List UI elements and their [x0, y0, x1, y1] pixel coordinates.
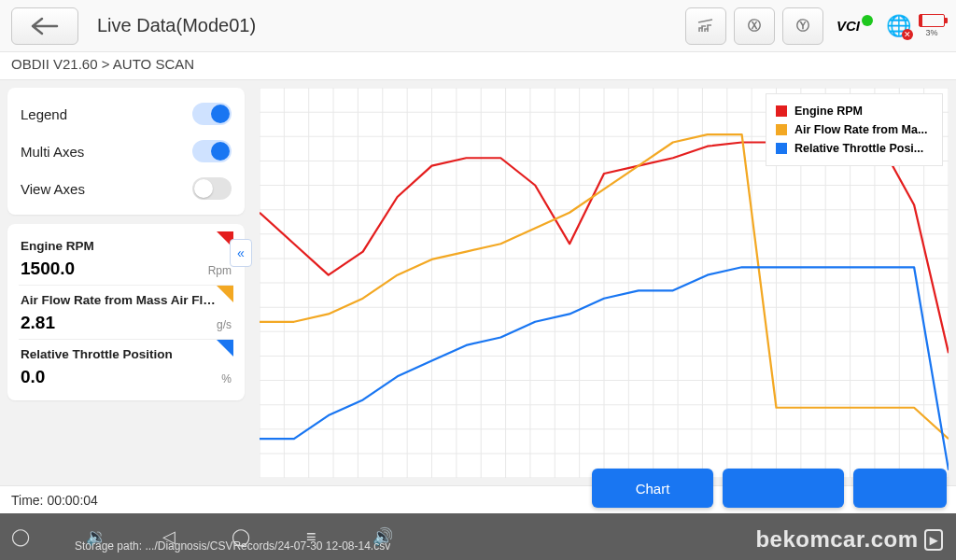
metric-unit: % [221, 372, 232, 385]
metric-card[interactable]: Air Flow Rate from Mass Air Flow S... 2.… [19, 285, 233, 339]
view-axes-toggle-label: View Axes [21, 181, 85, 197]
metric-color-tag [217, 340, 233, 357]
metric-card[interactable]: Relative Throttle Position 0.0% [19, 339, 233, 393]
legend-item-label: Engine RPM [794, 105, 863, 118]
metric-name: Air Flow Rate from Mass Air Flow S... [21, 293, 217, 307]
brush-tool-button[interactable] [685, 7, 726, 45]
multi-axes-toggle-label: Multi Axes [21, 144, 84, 160]
back-button[interactable] [11, 7, 78, 45]
time-display: Time: 00:00:04 [11, 493, 98, 508]
battery-indicator: 3% [919, 14, 945, 37]
metric-unit: g/s [217, 318, 232, 331]
nav-camera-icon[interactable]: ◯ [11, 526, 30, 547]
multi-axes-toggle[interactable] [192, 140, 232, 162]
y-axis-button[interactable]: Ⓨ [782, 7, 823, 45]
metrics-panel: Engine RPM 1500.0Rpm Air Flow Rate from … [7, 224, 245, 400]
breadcrumb: OBDII V21.60 > AUTO SCAN [0, 52, 956, 80]
vci-status: VCI [836, 18, 873, 34]
metric-color-tag [217, 286, 233, 302]
collapse-sidebar-button[interactable]: « [230, 239, 252, 267]
metric-value: 2.81 [21, 313, 55, 333]
view-axes-toggle[interactable] [192, 177, 232, 200]
watermark: bekomcar.com▸ [755, 526, 943, 553]
x-axis-button[interactable]: Ⓧ [734, 7, 775, 45]
chart-legend: Engine RPM Air Flow Rate from Ma... Rela… [766, 93, 943, 166]
wifi-icon [862, 15, 873, 26]
page-title: Live Data(Mode01) [97, 15, 678, 36]
live-chart[interactable]: Engine RPM Air Flow Rate from Ma... Rela… [260, 88, 949, 478]
action-button-2[interactable] [723, 469, 844, 508]
metric-value: 1500.0 [21, 259, 75, 279]
metric-card[interactable]: Engine RPM 1500.0Rpm [19, 231, 233, 285]
action-button-3[interactable] [853, 469, 947, 508]
metric-name: Engine RPM [21, 239, 217, 253]
legend-toggle[interactable] [192, 103, 232, 125]
metric-name: Relative Throttle Position [21, 347, 217, 361]
error-badge: ✕ [902, 29, 913, 40]
legend-toggle-label: Legend [21, 106, 67, 122]
play-icon: ▸ [924, 529, 944, 551]
storage-path: Storage path: .../Diagnosis/CSVRecords/2… [75, 539, 390, 553]
metric-unit: Rpm [208, 264, 232, 277]
chart-button[interactable]: Chart [592, 469, 713, 508]
network-status-icon: 🌐✕ [886, 14, 911, 38]
legend-item-label: Relative Throttle Posi... [794, 142, 923, 155]
legend-item-label: Air Flow Rate from Ma... [794, 123, 927, 136]
metric-value: 0.0 [21, 367, 45, 387]
